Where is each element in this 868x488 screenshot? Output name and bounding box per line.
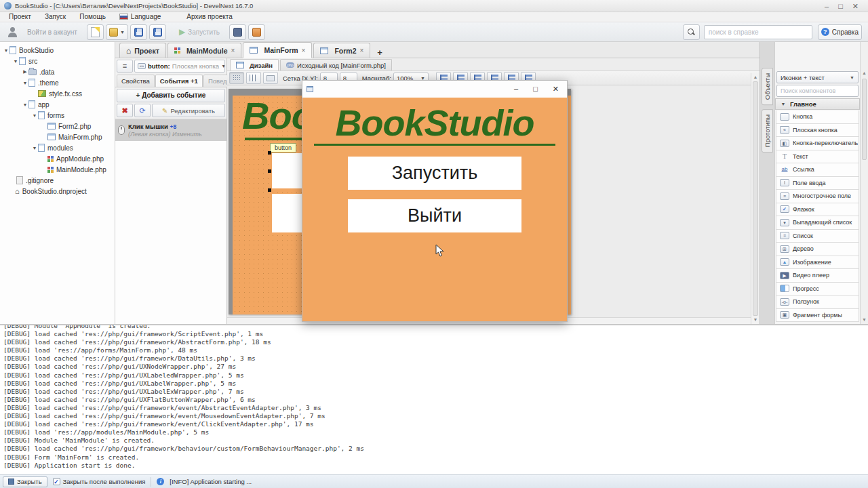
palette-item-list[interactable]: ≡Список bbox=[776, 230, 859, 243]
add-event-button[interactable]: + Добавить событие bbox=[117, 89, 225, 102]
tree-item-modules[interactable]: ▼modules bbox=[0, 142, 115, 153]
tree-item-bookstudio[interactable]: ▼BookStudio bbox=[0, 45, 115, 56]
expand-arrow-icon[interactable]: ▼ bbox=[31, 113, 38, 118]
scroll-down-icon[interactable]: ▼ bbox=[751, 316, 760, 324]
help-search-input[interactable] bbox=[704, 25, 812, 39]
palette-item-link[interactable]: abСсылка bbox=[776, 163, 859, 177]
account-button[interactable] bbox=[4, 24, 21, 40]
close-button[interactable]: ✕ bbox=[852, 1, 859, 12]
selection-handle[interactable] bbox=[268, 169, 271, 173]
tab-mainform[interactable]: MainForm× bbox=[243, 42, 312, 58]
tree-item-style-fx-css[interactable]: style.fx.css bbox=[0, 88, 115, 99]
new-tab-button[interactable]: + bbox=[372, 47, 388, 58]
tree-item-mainmodule-php[interactable]: MainModule.php bbox=[0, 164, 115, 175]
search-button[interactable] bbox=[683, 24, 700, 40]
scrollbar-thumb[interactable] bbox=[862, 79, 867, 160]
tree-item-app[interactable]: ▼app bbox=[0, 99, 115, 110]
grid-off-toggle-button[interactable] bbox=[263, 72, 278, 84]
tab-properties[interactable]: Свойства bbox=[117, 75, 155, 87]
grid-lines-toggle-button[interactable] bbox=[246, 72, 261, 84]
delete-event-button[interactable]: ✖ bbox=[117, 104, 133, 117]
component-selector-dropdown[interactable]: «» button: Плоская кнопка ▼ bbox=[134, 60, 225, 73]
selection-handle[interactable] bbox=[268, 151, 271, 155]
tree-item-src[interactable]: ▼src bbox=[0, 56, 115, 66]
menu-project[interactable]: Проект bbox=[3, 12, 37, 22]
close-console-button[interactable]: Закрыть bbox=[3, 476, 47, 487]
maximize-button[interactable]: □ bbox=[838, 1, 843, 12]
close-after-run-option[interactable]: ✓Закрыть после выполнения bbox=[53, 478, 146, 485]
tab-mainmodule[interactable]: MainModule× bbox=[167, 43, 242, 58]
console-tool-button[interactable] bbox=[229, 24, 246, 40]
tree-item-dnproject[interactable]: ⌂BookStudio.dnproject bbox=[0, 186, 115, 197]
selection-handle[interactable] bbox=[268, 188, 271, 192]
scroll-up-icon[interactable]: ▲ bbox=[751, 73, 760, 81]
event-item-click[interactable]: Клик мышки +8 (Левая кнопка) Изменить bbox=[115, 119, 226, 141]
tab-project[interactable]: ⌂Проект bbox=[119, 43, 166, 58]
refresh-event-button[interactable]: ⟳ bbox=[134, 104, 151, 117]
palette-item-text[interactable]: TТекст bbox=[776, 150, 859, 164]
close-tab-icon[interactable]: × bbox=[360, 47, 364, 54]
help-button[interactable]: ?Справка bbox=[818, 24, 862, 40]
palette-group-header[interactable]: ▼Главное bbox=[775, 98, 860, 110]
menu-help[interactable]: Помощь bbox=[73, 12, 112, 22]
scrollbar-thumb[interactable] bbox=[753, 81, 758, 316]
tree-item-data[interactable]: ▶.data bbox=[0, 66, 115, 77]
tab-form2[interactable]: Form2× bbox=[313, 43, 370, 58]
edit-event-button[interactable]: ✎Редактировать bbox=[152, 104, 225, 117]
account-manager-button[interactable] bbox=[248, 24, 265, 40]
tab-prototypes[interactable]: Прототипы bbox=[762, 109, 773, 152]
save-all-button[interactable] bbox=[149, 24, 166, 40]
expand-arrow-icon[interactable]: ▼ bbox=[22, 81, 28, 85]
minimize-button[interactable]: – bbox=[825, 1, 829, 12]
tab-events[interactable]: События +1 bbox=[155, 75, 203, 87]
palette-item-slider[interactable]: -o-Ползунок bbox=[776, 296, 859, 309]
palette-scrollbar[interactable]: ▲ ▼ bbox=[860, 42, 868, 324]
palette-item-input-field[interactable]: IПоле ввода bbox=[776, 177, 859, 190]
expand-arrow-icon[interactable]: ▼ bbox=[31, 146, 38, 150]
expand-arrow-icon[interactable]: ▼ bbox=[22, 102, 28, 107]
scroll-up-icon[interactable]: ▲ bbox=[861, 69, 868, 77]
vertical-scrollbar[interactable]: ▲ ▼ bbox=[751, 73, 760, 324]
tree-item-appmodule-php[interactable]: AppModule.php bbox=[0, 153, 115, 164]
palette-item-video-player[interactable]: ▶Видео плеер bbox=[776, 269, 859, 283]
palette-item-flat-button[interactable]: «Плоская кнопка bbox=[776, 124, 859, 138]
palette-item-textarea[interactable]: ≡Многострочное поле bbox=[776, 190, 859, 203]
palette-item-image[interactable]: ▲Изображение bbox=[776, 256, 859, 270]
preview-exit-button[interactable]: Выйти bbox=[348, 199, 521, 232]
tab-design[interactable]: Дизайн bbox=[230, 59, 279, 70]
debug-console[interactable]: [DEBUG] Module 'AppModule' is created. [… bbox=[0, 324, 868, 474]
palette-item-combobox[interactable]: ▾Выпадающий список bbox=[776, 216, 859, 230]
menu-archive[interactable]: Архив проекта bbox=[180, 12, 238, 22]
tree-item-theme[interactable]: ▼.theme bbox=[0, 77, 115, 88]
tab-objects[interactable]: Объекты bbox=[762, 68, 773, 105]
collapse-arrow-icon[interactable]: ▶ bbox=[22, 69, 28, 75]
hamburger-menu-button[interactable]: ≡ bbox=[117, 60, 133, 73]
expand-arrow-icon[interactable]: ▼ bbox=[3, 48, 9, 53]
save-button[interactable] bbox=[130, 24, 147, 40]
new-project-button[interactable] bbox=[87, 24, 104, 40]
preview-minimize-button[interactable]: – bbox=[514, 85, 518, 94]
component-search-input[interactable] bbox=[776, 85, 859, 97]
tree-item-mainform-php[interactable]: MainForm.php bbox=[0, 131, 115, 142]
tab-source-code[interactable]: phpИсходный код [MainForm.php] bbox=[280, 59, 392, 70]
grid-dots-toggle-button[interactable] bbox=[229, 72, 244, 84]
palette-item-button[interactable]: Кнопка bbox=[776, 110, 859, 124]
tree-item-forms[interactable]: ▼forms bbox=[0, 110, 115, 121]
login-label[interactable]: Войти в аккаунт bbox=[27, 28, 77, 36]
palette-item-toggle-button[interactable]: ◧Кнопка-переключатель bbox=[776, 137, 859, 150]
palette-item-form-fragment[interactable]: ▣Фрагмент формы bbox=[776, 309, 859, 323]
checkbox-checked-icon[interactable]: ✓ bbox=[53, 478, 60, 485]
preview-title-bar[interactable]: – □ ✕ bbox=[302, 81, 567, 98]
palette-item-tree[interactable]: ⊞Дерево bbox=[776, 243, 859, 256]
palette-item-progress[interactable]: Прогресс bbox=[776, 283, 859, 296]
close-tab-icon[interactable]: × bbox=[231, 47, 235, 54]
open-project-button[interactable]: ▼ bbox=[106, 24, 128, 40]
palette-item-checkbox[interactable]: ✓Флажок bbox=[776, 203, 859, 217]
preview-maximize-button[interactable]: □ bbox=[533, 85, 538, 94]
palette-view-mode-dropdown[interactable]: Иконки + текст▼ bbox=[776, 71, 859, 83]
menu-run[interactable]: Запуск bbox=[39, 12, 72, 22]
tree-item-form2-php[interactable]: Form2.php bbox=[0, 121, 115, 131]
tree-item-gitignore[interactable]: .gitignore bbox=[0, 175, 115, 186]
preview-close-button[interactable]: ✕ bbox=[553, 85, 559, 94]
preview-run-button[interactable]: Запустить bbox=[348, 157, 521, 190]
